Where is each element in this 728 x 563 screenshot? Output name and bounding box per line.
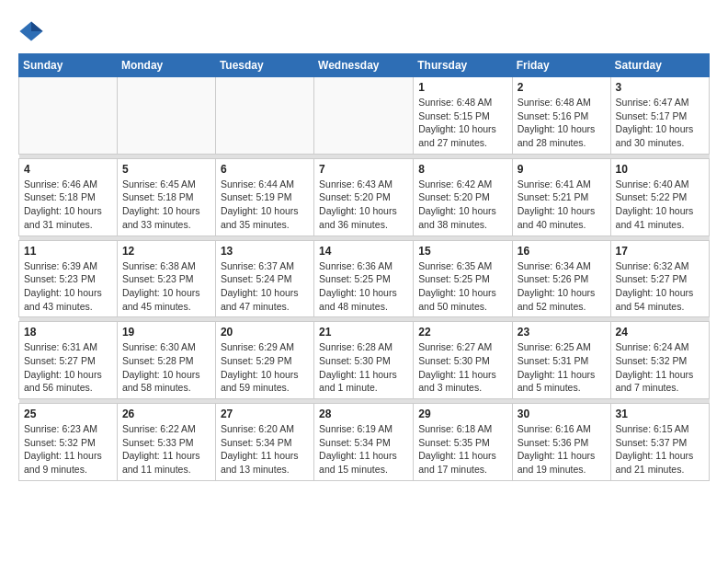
day-number: 18 (24, 326, 112, 339)
day-info: Sunrise: 6:32 AM Sunset: 5:27 PM Dayligh… (616, 259, 704, 314)
day-number: 11 (24, 245, 112, 258)
day-info: Sunrise: 6:18 AM Sunset: 5:35 PM Dayligh… (418, 422, 506, 477)
calendar-cell: 26Sunrise: 6:22 AM Sunset: 5:33 PM Dayli… (117, 404, 215, 481)
day-number: 28 (319, 408, 408, 420)
day-number: 19 (122, 326, 210, 339)
calendar-cell: 11Sunrise: 6:39 AM Sunset: 5:23 PM Dayli… (19, 240, 118, 317)
day-info: Sunrise: 6:16 AM Sunset: 5:36 PM Dayligh… (518, 422, 606, 477)
day-number: 26 (122, 408, 210, 420)
day-info: Sunrise: 6:35 AM Sunset: 5:25 PM Dayligh… (418, 259, 506, 314)
day-header-tuesday: Tuesday (215, 54, 313, 77)
calendar-cell: 18Sunrise: 6:31 AM Sunset: 5:27 PM Dayli… (19, 322, 118, 399)
day-info: Sunrise: 6:24 AM Sunset: 5:32 PM Dayligh… (616, 340, 704, 395)
day-header-friday: Friday (512, 54, 610, 77)
day-info: Sunrise: 6:48 AM Sunset: 5:16 PM Dayligh… (518, 96, 606, 150)
day-header-sunday: Sunday (19, 54, 118, 77)
calendar-cell: 30Sunrise: 6:16 AM Sunset: 5:36 PM Dayli… (512, 404, 610, 481)
day-number: 13 (221, 245, 309, 258)
day-number: 14 (319, 245, 408, 258)
day-number: 2 (518, 81, 606, 94)
day-header-thursday: Thursday (414, 54, 512, 77)
day-info: Sunrise: 6:37 AM Sunset: 5:24 PM Dayligh… (221, 259, 309, 314)
calendar-week-row: 4Sunrise: 6:46 AM Sunset: 5:18 PM Daylig… (19, 158, 710, 236)
day-number: 25 (24, 408, 112, 420)
calendar-cell: 14Sunrise: 6:36 AM Sunset: 5:25 PM Dayli… (314, 240, 414, 317)
svg-marker-1 (31, 22, 43, 32)
calendar-cell: 24Sunrise: 6:24 AM Sunset: 5:32 PM Dayli… (610, 322, 709, 399)
calendar-cell: 8Sunrise: 6:42 AM Sunset: 5:20 PM Daylig… (414, 158, 512, 236)
header (18, 18, 710, 44)
day-number: 6 (221, 163, 309, 176)
day-info: Sunrise: 6:39 AM Sunset: 5:23 PM Dayligh… (24, 259, 112, 314)
calendar-cell: 1Sunrise: 6:48 AM Sunset: 5:15 PM Daylig… (414, 77, 512, 155)
calendar-week-row: 25Sunrise: 6:23 AM Sunset: 5:32 PM Dayli… (19, 404, 710, 481)
calendar-cell: 4Sunrise: 6:46 AM Sunset: 5:18 PM Daylig… (19, 158, 118, 236)
day-info: Sunrise: 6:42 AM Sunset: 5:20 PM Dayligh… (418, 178, 506, 232)
day-info: Sunrise: 6:15 AM Sunset: 5:37 PM Dayligh… (616, 422, 704, 477)
day-info: Sunrise: 6:19 AM Sunset: 5:34 PM Dayligh… (319, 422, 408, 477)
day-info: Sunrise: 6:34 AM Sunset: 5:26 PM Dayligh… (518, 259, 606, 314)
calendar-cell (19, 77, 118, 155)
day-info: Sunrise: 6:29 AM Sunset: 5:29 PM Dayligh… (221, 340, 309, 395)
day-info: Sunrise: 6:31 AM Sunset: 5:27 PM Dayligh… (24, 340, 112, 395)
day-info: Sunrise: 6:47 AM Sunset: 5:17 PM Dayligh… (616, 96, 704, 150)
day-header-monday: Monday (117, 54, 215, 77)
day-info: Sunrise: 6:45 AM Sunset: 5:18 PM Dayligh… (122, 178, 210, 232)
day-info: Sunrise: 6:38 AM Sunset: 5:23 PM Dayligh… (122, 259, 210, 314)
day-number: 17 (616, 245, 704, 258)
day-number: 23 (518, 326, 606, 339)
day-number: 31 (616, 408, 704, 420)
logo-icon (18, 18, 44, 44)
calendar-cell: 2Sunrise: 6:48 AM Sunset: 5:16 PM Daylig… (512, 77, 610, 155)
day-info: Sunrise: 6:23 AM Sunset: 5:32 PM Dayligh… (24, 422, 112, 477)
calendar-cell: 10Sunrise: 6:40 AM Sunset: 5:22 PM Dayli… (610, 158, 709, 236)
day-info: Sunrise: 6:46 AM Sunset: 5:18 PM Dayligh… (24, 178, 112, 232)
day-info: Sunrise: 6:41 AM Sunset: 5:21 PM Dayligh… (518, 178, 606, 232)
day-number: 20 (221, 326, 309, 339)
day-info: Sunrise: 6:25 AM Sunset: 5:31 PM Dayligh… (518, 340, 606, 395)
calendar-cell: 23Sunrise: 6:25 AM Sunset: 5:31 PM Dayli… (512, 322, 610, 399)
calendar-week-row: 18Sunrise: 6:31 AM Sunset: 5:27 PM Dayli… (19, 322, 710, 399)
calendar-cell: 5Sunrise: 6:45 AM Sunset: 5:18 PM Daylig… (117, 158, 215, 236)
day-info: Sunrise: 6:40 AM Sunset: 5:22 PM Dayligh… (616, 178, 704, 232)
calendar-cell: 9Sunrise: 6:41 AM Sunset: 5:21 PM Daylig… (512, 158, 610, 236)
day-info: Sunrise: 6:30 AM Sunset: 5:28 PM Dayligh… (122, 340, 210, 395)
calendar-cell: 15Sunrise: 6:35 AM Sunset: 5:25 PM Dayli… (414, 240, 512, 317)
day-info: Sunrise: 6:28 AM Sunset: 5:30 PM Dayligh… (319, 340, 408, 395)
calendar-cell (215, 77, 313, 155)
calendar-cell: 3Sunrise: 6:47 AM Sunset: 5:17 PM Daylig… (610, 77, 709, 155)
calendar-cell: 22Sunrise: 6:27 AM Sunset: 5:30 PM Dayli… (414, 322, 512, 399)
day-number: 21 (319, 326, 408, 339)
calendar-cell: 29Sunrise: 6:18 AM Sunset: 5:35 PM Dayli… (414, 404, 512, 481)
day-number: 12 (122, 245, 210, 258)
day-number: 27 (221, 408, 309, 420)
day-number: 15 (418, 245, 506, 258)
calendar-cell: 27Sunrise: 6:20 AM Sunset: 5:34 PM Dayli… (215, 404, 313, 481)
calendar-cell: 12Sunrise: 6:38 AM Sunset: 5:23 PM Dayli… (117, 240, 215, 317)
calendar-cell: 17Sunrise: 6:32 AM Sunset: 5:27 PM Dayli… (610, 240, 709, 317)
day-info: Sunrise: 6:27 AM Sunset: 5:30 PM Dayligh… (418, 340, 506, 395)
calendar-week-row: 1Sunrise: 6:48 AM Sunset: 5:15 PM Daylig… (19, 77, 710, 155)
day-number: 7 (319, 163, 408, 176)
day-info: Sunrise: 6:36 AM Sunset: 5:25 PM Dayligh… (319, 259, 408, 314)
day-info: Sunrise: 6:43 AM Sunset: 5:20 PM Dayligh… (319, 178, 408, 232)
day-number: 30 (518, 408, 606, 420)
calendar-cell (314, 77, 414, 155)
calendar-week-row: 11Sunrise: 6:39 AM Sunset: 5:23 PM Dayli… (19, 240, 710, 317)
day-header-saturday: Saturday (610, 54, 709, 77)
calendar-cell: 13Sunrise: 6:37 AM Sunset: 5:24 PM Dayli… (215, 240, 313, 317)
calendar-cell (117, 77, 215, 155)
calendar-cell: 31Sunrise: 6:15 AM Sunset: 5:37 PM Dayli… (610, 404, 709, 481)
day-number: 8 (418, 163, 506, 176)
day-header-wednesday: Wednesday (314, 54, 414, 77)
day-number: 9 (518, 163, 606, 176)
day-number: 16 (518, 245, 606, 258)
calendar-cell: 28Sunrise: 6:19 AM Sunset: 5:34 PM Dayli… (314, 404, 414, 481)
day-number: 29 (418, 408, 506, 420)
calendar-cell: 7Sunrise: 6:43 AM Sunset: 5:20 PM Daylig… (314, 158, 414, 236)
day-info: Sunrise: 6:48 AM Sunset: 5:15 PM Dayligh… (418, 96, 506, 150)
day-number: 3 (616, 81, 704, 94)
calendar-cell: 16Sunrise: 6:34 AM Sunset: 5:26 PM Dayli… (512, 240, 610, 317)
calendar-header-row: SundayMondayTuesdayWednesdayThursdayFrid… (19, 54, 710, 77)
day-info: Sunrise: 6:20 AM Sunset: 5:34 PM Dayligh… (221, 422, 309, 477)
